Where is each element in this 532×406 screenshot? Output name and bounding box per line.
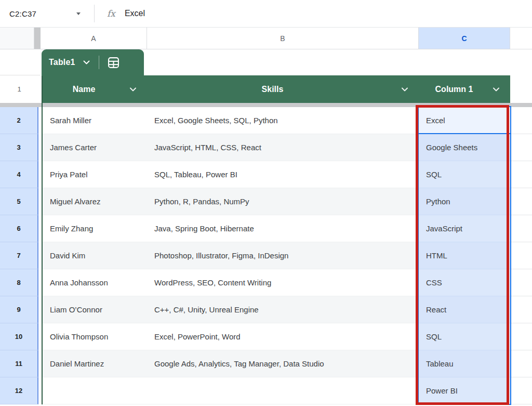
table-icon[interactable] (108, 57, 119, 69)
column-header-c-selected[interactable]: C (419, 28, 510, 49)
column-menu-icon[interactable] (129, 87, 137, 91)
cell-name[interactable]: Priya Patel (42, 161, 147, 188)
table-column-name[interactable]: Name (42, 75, 147, 103)
table-column-skills[interactable]: Skills (147, 75, 419, 103)
column-menu-icon[interactable] (401, 87, 408, 91)
row-header[interactable]: 12 (0, 377, 38, 404)
cell-empty[interactable] (510, 188, 532, 215)
cell-column1[interactable]: Google Sheets (419, 134, 510, 161)
cell-name[interactable]: Anna Johansson (42, 269, 147, 296)
column-header-a[interactable]: A (41, 28, 147, 49)
table-chip[interactable]: Table1 (42, 49, 144, 75)
cell-empty[interactable] (510, 161, 532, 188)
column-menu-icon[interactable] (493, 87, 500, 91)
cell-empty[interactable] (510, 296, 532, 323)
table-chip-band: Table1 (0, 49, 532, 75)
cell-skills[interactable]: Python, R, Pandas, NumPy (147, 188, 419, 215)
cell-skills[interactable]: SQL, Tableau, Power BI (147, 161, 419, 188)
cell-skills[interactable]: Excel, Google Sheets, SQL, Python (147, 107, 419, 134)
cell-empty[interactable] (510, 350, 532, 377)
cell-name[interactable]: David Kim (42, 242, 147, 269)
row-number: 9 (17, 306, 20, 313)
cell-column1[interactable]: Excel (419, 107, 510, 134)
frozen-row-divider[interactable] (0, 103, 532, 107)
row-header[interactable]: 6 (0, 215, 38, 242)
cell-column1[interactable]: Power BI (419, 377, 510, 404)
row-header[interactable]: 2 (0, 107, 38, 134)
cell-skills[interactable]: WordPress, SEO, Content Writing (147, 269, 419, 296)
row-number: 2 (17, 116, 20, 124)
fx-icon: fx (107, 8, 115, 19)
cell-empty[interactable] (510, 269, 532, 296)
cell-skills[interactable]: Google Ads, Analytics, Tag Manager, Data… (147, 350, 419, 377)
row-header[interactable]: 9 (0, 296, 38, 323)
row-number: 11 (15, 360, 22, 368)
formula-input[interactable]: Excel (125, 9, 145, 18)
name-box[interactable]: C2:C37 (0, 0, 94, 27)
cell-name-text: Daniel Martinez (50, 359, 104, 368)
cell-column1[interactable]: JavaScript (419, 215, 510, 242)
cell-skills-text: Python, R, Pandas, NumPy (154, 197, 249, 206)
cell-name[interactable] (42, 377, 147, 404)
cell-column1-text: Excel (426, 116, 445, 125)
cell-skills[interactable]: Excel, PowerPoint, Word (147, 323, 419, 350)
caret-down-icon[interactable] (76, 12, 81, 15)
cell-name[interactable]: Emily Zhang (42, 215, 147, 242)
sheet-row: 10 Olivia Thompson Excel, PowerPoint, Wo… (0, 323, 532, 350)
cell-name[interactable]: Miguel Alvarez (42, 188, 147, 215)
cell-column1[interactable]: Python (419, 188, 510, 215)
cell-skills[interactable]: Java, Spring Boot, Hibernate (147, 215, 419, 242)
cell-column1[interactable]: Tableau (419, 350, 510, 377)
row-number: 3 (17, 143, 20, 151)
cell-empty[interactable] (510, 323, 532, 350)
row-header[interactable]: 10 (0, 323, 38, 350)
table-column-column1[interactable]: Column 1 (419, 75, 510, 103)
sheet-row: 9 Liam O’Connor C++, C#, Unity, Unreal E… (0, 296, 532, 323)
row-header[interactable]: 3 (0, 134, 38, 161)
row-number: 7 (17, 252, 20, 259)
cell-column1-text: CSS (426, 278, 442, 287)
cell-column1[interactable]: SQL (419, 161, 510, 188)
cell-empty[interactable] (510, 134, 532, 161)
cell-name[interactable]: Olivia Thompson (42, 323, 147, 350)
sheet-row: 11 Daniel Martinez Google Ads, Analytics… (0, 350, 532, 377)
cell-skills[interactable]: C++, C#, Unity, Unreal Engine (147, 296, 419, 323)
cell-name[interactable]: Daniel Martinez (42, 350, 147, 377)
row-header[interactable]: 11 (0, 350, 38, 377)
cell-empty[interactable] (510, 242, 532, 269)
cell-name[interactable]: Liam O’Connor (42, 296, 147, 323)
cell-column1[interactable]: HTML (419, 242, 510, 269)
cell-column1-text: JavaScript (426, 224, 462, 233)
row-header[interactable]: 7 (0, 242, 38, 269)
name-box-value: C2:C37 (9, 9, 36, 18)
cell-name[interactable]: James Carter (42, 134, 147, 161)
cell-name[interactable]: Sarah Miller (42, 107, 147, 134)
cell-column1-text: SQL (426, 332, 442, 341)
cell-name-text: Sarah Miller (50, 116, 91, 125)
cell-d1[interactable] (510, 75, 532, 103)
cell-empty[interactable] (510, 215, 532, 242)
cell-column1[interactable]: SQL (419, 323, 510, 350)
cell-column1[interactable]: CSS (419, 269, 510, 296)
row-header-1[interactable]: 1 (0, 75, 38, 103)
table-chip-label: Table1 (49, 58, 75, 67)
cell-skills[interactable]: JavaScript, HTML, CSS, React (147, 134, 419, 161)
sheet-row: 5 Miguel Alvarez Python, R, Pandas, NumP… (0, 188, 532, 215)
row-header[interactable]: 4 (0, 161, 38, 188)
cell-column1-text: Python (426, 197, 450, 206)
cell-skills[interactable]: Photoshop, Illustrator, Figma, InDesign (147, 242, 419, 269)
cell-column1-text: SQL (426, 170, 442, 179)
column-header-d-partial[interactable] (510, 28, 532, 49)
cell-empty[interactable] (510, 377, 532, 404)
cell-skills[interactable] (147, 377, 419, 404)
cell-empty[interactable] (510, 107, 532, 134)
row-header[interactable]: 8 (0, 269, 38, 296)
cell-column1[interactable]: React (419, 296, 510, 323)
column-header-b[interactable]: B (147, 28, 419, 49)
row-number: 5 (17, 198, 20, 205)
data-rows: 2 Sarah Miller Excel, Google Sheets, SQL… (0, 107, 532, 404)
chevron-down-icon[interactable] (83, 60, 90, 65)
row-number: 8 (17, 279, 20, 286)
select-all-corner[interactable] (0, 28, 34, 49)
row-header[interactable]: 5 (0, 188, 38, 215)
